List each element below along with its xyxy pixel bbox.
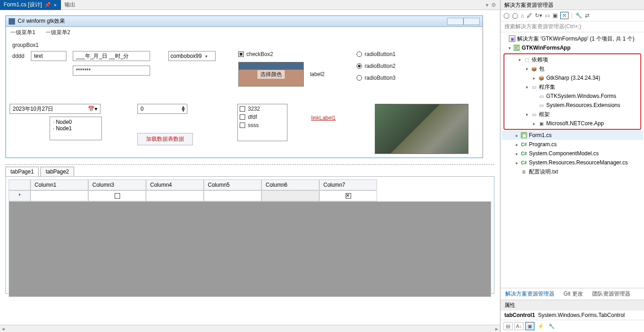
- file-program[interactable]: ▸C#Program.cs: [502, 140, 643, 149]
- data-grid-view[interactable]: Column1 Column3 Column4 Column5 Column6 …: [9, 179, 491, 297]
- grid-cell-checkbox[interactable]: [319, 190, 377, 201]
- tab-solution-explorer[interactable]: 解决方案资源管理器: [501, 288, 559, 300]
- events-icon[interactable]: ⚡: [536, 322, 545, 330]
- collapse-icon[interactable]: ▭: [545, 12, 550, 19]
- tree-node[interactable]: Node0: [53, 119, 99, 125]
- grid-cell[interactable]: [204, 190, 262, 201]
- solution-search[interactable]: 搜索解决方案资源管理器(Ctrl+;): [501, 21, 644, 32]
- solution-tree[interactable]: ▣解决方案 'GTKWinFormsApp' (1 个项目, 共 1 个) ▾C…: [501, 32, 644, 288]
- solution-explorer-title: 解决方案资源管理器: [501, 0, 644, 10]
- chk-item[interactable]: 3232: [240, 106, 285, 112]
- properties-panel: 属性 tabControl1 System.Windows.Forms.TabC…: [501, 300, 644, 332]
- file-config[interactable]: 🗎配置说明.txt: [502, 167, 643, 176]
- dropdown-icon[interactable]: ▾: [486, 2, 488, 8]
- max-icon[interactable]: [463, 18, 480, 25]
- textbox-dateformat[interactable]: [73, 51, 150, 61]
- col-header[interactable]: Column6: [262, 179, 319, 190]
- checkbox2[interactable]: checkBox2: [238, 51, 325, 57]
- assemblies-node[interactable]: ▾▭程序集: [504, 82, 640, 92]
- close-icon[interactable]: ×: [54, 2, 56, 8]
- wrench-icon[interactable]: 🔧: [575, 12, 582, 19]
- project-node[interactable]: ▾C#GTKWinFormsApp: [502, 43, 643, 52]
- file-syscomp[interactable]: ▸C#System.ComponentModel.cs: [502, 149, 643, 158]
- solution-node[interactable]: ▣解决方案 'GTKWinFormsApp' (1 个项目, 共 1 个): [502, 34, 643, 43]
- radio3[interactable]: radioButton3: [357, 75, 396, 81]
- grid-cell[interactable]: [262, 190, 319, 201]
- horizontal-scrollbar[interactable]: ◂▸: [0, 325, 500, 332]
- link-label[interactable]: linkLabel1: [311, 115, 336, 121]
- grid-cell[interactable]: [146, 190, 204, 201]
- row-header[interactable]: [9, 179, 30, 190]
- refresh-icon[interactable]: ↻▾: [535, 12, 542, 19]
- se-bottom-tabs: 解决方案资源管理器 Git 更改 团队资源管理器: [501, 288, 644, 300]
- categorize-icon[interactable]: ▤: [503, 322, 513, 330]
- min-icon[interactable]: [447, 18, 463, 25]
- tab-control[interactable]: tabPage1 tabPage2 Column1 Column3 Column…: [5, 164, 494, 294]
- combobox[interactable]: combobox99▾: [168, 51, 216, 61]
- treeview[interactable]: Node0 Node1: [50, 117, 102, 140]
- form-icon: [9, 18, 15, 25]
- tab-page2[interactable]: tabPage2: [40, 167, 74, 176]
- wrench-icon[interactable]: 🔧: [547, 322, 556, 330]
- grid-empty-area: [9, 201, 491, 297]
- form-designer[interactable]: C# winform gtk效果 一级菜单1 一级菜单2 groupBox1 d…: [5, 15, 483, 158]
- col-header[interactable]: Column1: [30, 179, 88, 190]
- tab-form1-design[interactable]: Form1.cs [设计] 📌 ×: [0, 0, 61, 10]
- textbox-text[interactable]: [31, 51, 66, 61]
- col-header[interactable]: Column3: [88, 179, 146, 190]
- tab-page1[interactable]: tabPage1: [5, 167, 39, 176]
- file-form1[interactable]: ▸▣Form1.cs: [502, 131, 643, 140]
- label-dddd: dddd: [12, 51, 25, 59]
- package-gtksharp[interactable]: ▸📦GtkSharp (3.24.24.34): [504, 73, 640, 82]
- menu-item-2[interactable]: 一级菜单2: [45, 29, 70, 36]
- tab-output[interactable]: 输出: [61, 0, 80, 10]
- asm-gtksystem[interactable]: ▭GTKSystem.Windows.Forms: [504, 92, 640, 101]
- solution-explorer-toolbar: ◯ ◯ ⌂ 🖉 ↻▾ ▭ ▣ ⤱ | 🔧 ⇄: [501, 10, 644, 21]
- preview-icon[interactable]: ⤱: [560, 12, 569, 19]
- radio2[interactable]: radioButton2: [357, 63, 396, 69]
- tab-git-changes[interactable]: Git 更改: [559, 288, 588, 300]
- gear-icon[interactable]: ⚙: [491, 2, 496, 8]
- fw-netcore[interactable]: ▸▣Microsoft.NETCore.App: [504, 119, 640, 128]
- more-icon[interactable]: ⇄: [585, 12, 589, 19]
- menu-strip[interactable]: 一级菜单1 一级菜单2: [6, 27, 483, 38]
- sync-icon[interactable]: 🖉: [527, 12, 532, 19]
- color-picker[interactable]: 选择颜色: [238, 62, 304, 87]
- deps-node[interactable]: ▾⬚依赖项: [504, 55, 640, 64]
- checked-listbox[interactable]: 3232 dfdf ssss: [237, 104, 287, 141]
- tree-node[interactable]: Node1: [53, 125, 99, 132]
- show-all-icon[interactable]: ▣: [553, 12, 558, 19]
- form-titlebar: C# winform gtk效果: [6, 16, 483, 27]
- file-sysres[interactable]: ▸C#System.Resources.ResourceManager.cs: [502, 158, 643, 167]
- fwd-icon[interactable]: ◯: [512, 12, 518, 19]
- home-icon[interactable]: ⌂: [521, 12, 524, 19]
- radio1[interactable]: radioButton1: [357, 51, 396, 57]
- pin-icon[interactable]: 📌: [45, 2, 51, 8]
- back-icon[interactable]: ◯: [503, 12, 509, 19]
- numeric-updown[interactable]: 0 ▲▼: [137, 104, 187, 114]
- chk-item[interactable]: dfdf: [240, 114, 285, 120]
- alpha-icon[interactable]: A↓: [514, 322, 523, 330]
- properties-object: tabControl1 System.Windows.Forms.TabCont…: [501, 311, 644, 320]
- col-header[interactable]: Column5: [204, 179, 262, 190]
- col-header[interactable]: Column7: [319, 179, 377, 190]
- new-row-indicator: *: [9, 190, 30, 201]
- load-data-button[interactable]: 加载数据表数据: [137, 133, 193, 145]
- grid-cell[interactable]: [30, 190, 88, 201]
- menu-item-1[interactable]: 一级菜单1: [10, 29, 35, 36]
- spin-down-icon[interactable]: ▼: [181, 109, 186, 112]
- properties-title: 属性: [501, 300, 644, 311]
- document-tabs: Form1.cs [设计] 📌 × 输出 ▾ ⚙: [0, 0, 500, 10]
- col-header[interactable]: Column4: [146, 179, 204, 190]
- asm-sysres[interactable]: ▭System.Resources.Extensions: [504, 101, 640, 110]
- chk-item[interactable]: ssss: [240, 122, 285, 128]
- datetime-picker[interactable]: 2023年10月27日 📅▾: [10, 104, 101, 114]
- textbox-masked[interactable]: [73, 66, 150, 76]
- framework-node[interactable]: ▾▭框架: [504, 110, 640, 119]
- tab-team-explorer[interactable]: 团队资源管理器: [588, 288, 635, 300]
- grid-cell-checkbox[interactable]: [88, 190, 146, 201]
- picturebox[interactable]: [375, 104, 468, 154]
- packages-node[interactable]: ▾📦包: [504, 64, 640, 73]
- props-icon[interactable]: ▣: [525, 322, 534, 330]
- highlight-box: ▾⬚依赖项 ▾📦包 ▸📦GtkSharp (3.24.24.34) ▾▭程序集 …: [503, 53, 641, 130]
